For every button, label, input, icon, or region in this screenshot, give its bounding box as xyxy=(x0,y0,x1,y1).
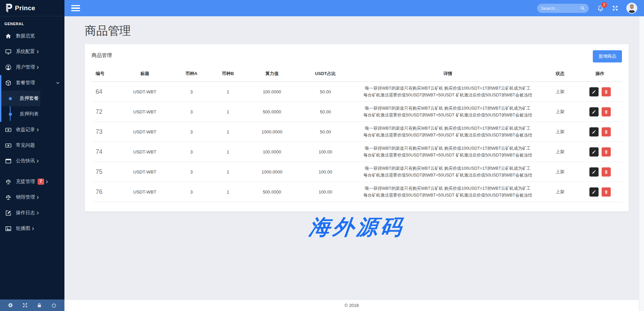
cell-power: 100.0000 xyxy=(247,82,297,102)
cell-id: 72 xyxy=(92,102,116,122)
chevron-right-icon xyxy=(31,227,35,231)
cell-title: USDT-WBT xyxy=(116,142,174,162)
cell-usdt_ratio: 100.00 xyxy=(297,162,353,182)
sidebar-subitem-label: 质押列表 xyxy=(20,111,39,117)
edit-button[interactable] xyxy=(589,187,599,197)
sidebar-item-label: 常见问题 xyxy=(16,142,35,148)
edit-button[interactable] xyxy=(589,127,599,136)
gear-icon[interactable] xyxy=(8,303,13,308)
delete-button[interactable] xyxy=(602,87,611,96)
sidebar-item: 公告快讯 xyxy=(0,153,64,169)
search-input[interactable] xyxy=(541,6,580,11)
sidebar-link[interactable]: 常见问题 xyxy=(0,138,64,153)
column-header: 操作 xyxy=(578,68,622,82)
detail-text: 每台矿机激活需要价值50USDT的WBT+50USDT 矿机激活后价值50USD… xyxy=(355,192,540,199)
edit-button[interactable] xyxy=(589,87,599,96)
sidebar-link[interactable]: 系统配置 xyxy=(0,44,64,59)
cell-coin_a: 3 xyxy=(174,82,209,102)
cell-coin_a: 3 xyxy=(174,182,209,202)
chevron-right-icon xyxy=(36,159,40,163)
cell-actions xyxy=(578,102,622,122)
sidebar-item-label: 用户管理 xyxy=(16,64,35,70)
cell-actions xyxy=(578,122,622,142)
watermark: 海外源码 xyxy=(83,213,630,241)
sidebar-item: 系统配置 xyxy=(0,44,64,59)
detail-text: 唯一获得WBT的渠道只有购买WBT云矿机 购买价值100USDT=1T的WBT云… xyxy=(355,145,540,152)
cell-coin_a: 3 xyxy=(174,122,209,142)
delete-button[interactable] xyxy=(602,167,611,177)
footer: © 2016 xyxy=(64,299,639,311)
sidebar-link[interactable]: 公告快讯 xyxy=(0,153,64,169)
cell-title: USDT-WBT xyxy=(116,162,174,182)
sidebar-item-label: 充提管理 xyxy=(16,179,35,185)
table-row: 76USDT-WBT31500.0000100.00唯一获得WBT的渠道只有购买… xyxy=(92,182,622,202)
sidebar-link[interactable]: 套餐管理 xyxy=(1,75,64,91)
fullscreen-icon[interactable] xyxy=(612,5,618,11)
card-header: 商品管理 新增商品 xyxy=(92,50,622,62)
topbar: 7 xyxy=(64,0,644,16)
edit-button[interactable] xyxy=(589,167,599,177)
expand-icon[interactable] xyxy=(22,303,28,308)
app-root: Prince GENERAL 数据总览系统配置用户管理套餐管理质押套餐质押列表收… xyxy=(0,0,644,311)
table-row: 72USDT-WBT31500.000050.00唯一获得WBT的渠道只有购买W… xyxy=(92,102,622,122)
sidebar-subitem[interactable]: 质押套餐 xyxy=(1,91,64,106)
edit-button[interactable] xyxy=(589,147,599,157)
scrollbar[interactable] xyxy=(639,16,644,311)
sidebar-item-label: 轮播图 xyxy=(16,225,30,232)
sidebar-link[interactable]: 销毁管理 xyxy=(0,189,64,205)
notifications-button[interactable]: 7 xyxy=(597,4,604,12)
sidebar-submenu: 质押套餐质押列表 xyxy=(1,91,64,122)
menu-toggle-button[interactable] xyxy=(71,4,80,13)
cell-power: 1000.0000 xyxy=(247,122,297,142)
sidebar: Prince GENERAL 数据总览系统配置用户管理套餐管理质押套餐质押列表收… xyxy=(0,0,64,311)
sidebar-footer xyxy=(0,299,64,311)
sidebar-item: 常见问题 xyxy=(0,138,64,153)
power-icon[interactable] xyxy=(51,303,57,308)
sidebar-link[interactable]: 数据总览 xyxy=(0,28,64,44)
cell-usdt_ratio: 50.00 xyxy=(297,102,353,122)
products-card: 商品管理 新增商品 编号标题币种A币种B算力值USDT占比详情状态操作 64US… xyxy=(85,44,629,212)
delete-button[interactable] xyxy=(602,107,611,116)
column-header: 编号 xyxy=(92,68,116,82)
products-table: 编号标题币种A币种B算力值USDT占比详情状态操作 64USDT-WBT3110… xyxy=(92,68,622,202)
topbar-right: 7 xyxy=(537,3,637,14)
sidebar-link[interactable]: 用户管理 xyxy=(0,59,64,75)
detail-text: 每台矿机激活需要价值50USDT的WBT+50USDT 矿机激活后价值50USD… xyxy=(355,92,540,98)
cell-coin_b: 1 xyxy=(209,182,247,202)
chevron-right-icon xyxy=(45,180,49,184)
sidebar-item-label: 收益记录 xyxy=(16,127,35,133)
sidebar-item: 轮播图 xyxy=(0,221,64,236)
cell-title: USDT-WBT xyxy=(116,102,174,122)
avatar[interactable] xyxy=(626,3,637,14)
sidebar-item: 数据总览 xyxy=(0,28,64,44)
delete-button[interactable] xyxy=(602,187,611,197)
user-icon xyxy=(5,64,12,71)
sidebar-item: 销毁管理 xyxy=(0,189,64,205)
cell-detail: 唯一获得WBT的渠道只有购买WBT云矿机 购买价值100USDT=1T的WBT云… xyxy=(353,162,542,182)
sidebar-badge: 7 xyxy=(38,179,44,184)
sidebar-link[interactable]: 操作日志 xyxy=(0,205,64,221)
sidebar-link[interactable]: 轮播图 xyxy=(0,221,64,236)
add-product-button[interactable]: 新增商品 xyxy=(593,50,622,62)
cell-coin_b: 1 xyxy=(209,82,247,102)
chevron-right-icon xyxy=(36,211,40,215)
search-icon[interactable] xyxy=(580,6,585,11)
column-header: 状态 xyxy=(542,68,578,82)
sidebar-subitem[interactable]: 质押列表 xyxy=(1,106,64,122)
cell-id: 64 xyxy=(92,82,116,102)
lock-icon[interactable] xyxy=(37,303,42,308)
home-icon xyxy=(5,33,12,39)
page-title: 商品管理 xyxy=(85,23,629,39)
submenu-dot-icon xyxy=(9,97,12,100)
search-box xyxy=(537,4,589,13)
delete-button[interactable] xyxy=(602,127,611,136)
sidebar-link[interactable]: 收益记录 xyxy=(0,122,64,138)
sidebar-link[interactable]: 充提管理7 xyxy=(0,174,64,189)
logo[interactable]: Prince xyxy=(0,0,64,16)
status-text: 上架 xyxy=(542,182,578,202)
submenu-dot-icon xyxy=(9,113,12,116)
edit-button[interactable] xyxy=(589,107,599,116)
sidebar-item: 充提管理7 xyxy=(0,174,64,189)
cell-coin_a: 3 xyxy=(174,102,209,122)
delete-button[interactable] xyxy=(602,147,611,157)
